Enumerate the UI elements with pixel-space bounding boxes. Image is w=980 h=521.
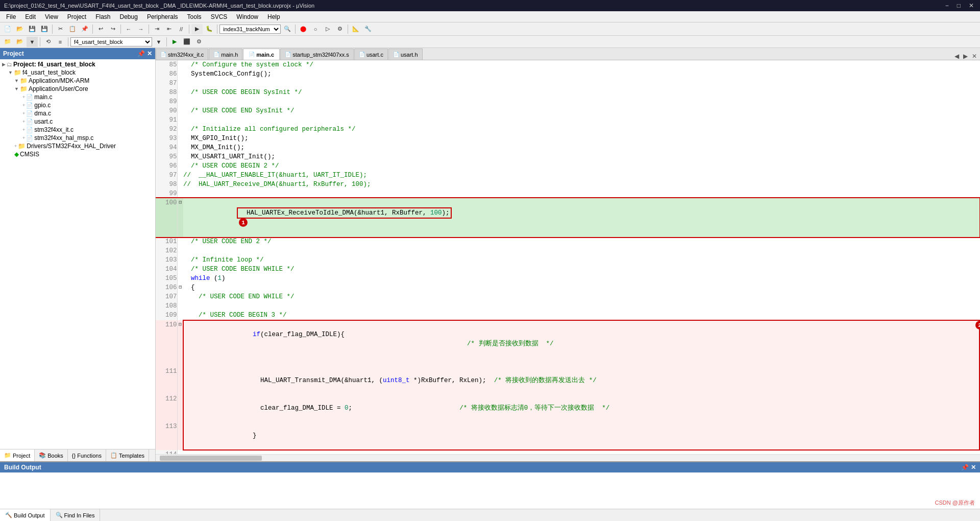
tree-file-main-c[interactable]: + 📄 main.c: [0, 93, 155, 101]
build-pin-icon[interactable]: 📌: [961, 464, 969, 471]
code-92[interactable]: /* Initialize all configured peripherals…: [183, 125, 979, 134]
menu-project[interactable]: Project: [63, 12, 90, 21]
tab-functions[interactable]: {} Functions: [68, 449, 106, 461]
tree-cmsis[interactable]: ◆ CMSIS: [0, 150, 155, 158]
find-in-files-tab[interactable]: 🔍 Find In Files: [51, 509, 101, 521]
tb2-btn3[interactable]: ▼: [27, 37, 38, 47]
config-btn[interactable]: ⚙: [334, 24, 346, 34]
menu-edit[interactable]: Edit: [21, 12, 40, 21]
code-editor[interactable]: 85 /* Configure the system clock */ 86 S…: [156, 60, 980, 461]
menu-view[interactable]: View: [41, 12, 62, 21]
code-104[interactable]: /* USER CODE BEGIN WHILE */: [183, 265, 979, 274]
h-scroll-thumb[interactable]: [160, 456, 262, 461]
target-combo[interactable]: f4_usart_test_block: [70, 37, 152, 46]
code-100[interactable]: HAL_UARTEx_ReceiveToIdle_DMA(&huart1, Rx…: [183, 198, 979, 237]
tb2-run-btn[interactable]: ▶: [169, 37, 180, 47]
menu-svcs[interactable]: SVCS: [207, 12, 232, 21]
horizontal-scrollbar[interactable]: [156, 454, 980, 461]
nav-fwd-btn[interactable]: →: [135, 24, 146, 34]
tab-stm32f4xx-it[interactable]: 📄 stm32f4xx_it.c: [156, 49, 208, 60]
code-101[interactable]: /* USER CODE END 2 */: [183, 237, 979, 246]
undo-btn[interactable]: ↩: [95, 24, 106, 34]
tb2-btn4[interactable]: ⟲: [42, 37, 54, 47]
code-94[interactable]: MX_DMA_Init();: [183, 143, 979, 152]
tab-close-active[interactable]: ✕: [971, 53, 978, 60]
clear-bp-btn[interactable]: ○: [310, 24, 321, 34]
code-89[interactable]: [183, 97, 979, 106]
tb2-extra-btn[interactable]: ⚙: [193, 37, 205, 47]
build-close-icon[interactable]: ✕: [971, 464, 976, 471]
tree-file-hal-msp[interactable]: + 📄 stm32f4xx_hal_msp.c: [0, 134, 155, 142]
maximize-button[interactable]: □: [955, 2, 963, 9]
code-102[interactable]: [183, 246, 979, 255]
tb2-btn6[interactable]: ▼: [153, 37, 164, 47]
code-88[interactable]: /* USER CODE BEGIN SysInit */: [183, 88, 979, 97]
code-90[interactable]: /* USER CODE END SysInit */: [183, 106, 979, 115]
code-113[interactable]: }: [183, 422, 979, 450]
code-97[interactable]: // __HAL_UART_ENABLE_IT(&huart1, UART_IT…: [183, 171, 979, 180]
code-98[interactable]: // HAL_UART_Receive_DMA(&huart1, RxBuffe…: [183, 180, 979, 189]
tree-folder-drivers[interactable]: + 📁 Drivers/STM32F4xx_HAL_Driver: [0, 142, 155, 150]
search-btn[interactable]: 🔍: [282, 24, 293, 34]
tree-file-gpio[interactable]: + 📄 gpio.c: [0, 101, 155, 109]
toggle-comment-btn[interactable]: //: [176, 24, 187, 34]
build-output-tab[interactable]: 🔨 Build Output: [0, 509, 51, 521]
cut-btn[interactable]: ✂: [55, 24, 66, 34]
save-btn[interactable]: 💾: [27, 24, 38, 34]
code-103[interactable]: /* Infinite loop */: [183, 255, 979, 265]
debug-btn[interactable]: 🐛: [204, 24, 215, 34]
tab-usart-h[interactable]: 📄 usart.h: [388, 49, 423, 60]
tb2-stop-btn[interactable]: ⬛: [181, 37, 192, 47]
copy-btn[interactable]: 📋: [67, 24, 78, 34]
code-111[interactable]: HAL_UART_Transmit_DMA(&huart1, (uint8_t …: [183, 367, 979, 394]
tree-file-usart-c[interactable]: + 📄 usart.c: [0, 117, 155, 126]
breakpoint-btn[interactable]: ⬤: [298, 24, 309, 34]
tree-folder-root[interactable]: ▼ 📁 f4_usart_test_block: [0, 68, 155, 77]
tab-project[interactable]: 📁 Project: [0, 449, 35, 461]
menu-flash[interactable]: Flash: [91, 12, 114, 21]
tab-templates[interactable]: 📋 Templates: [106, 449, 149, 461]
nav-back-btn[interactable]: ←: [123, 24, 134, 34]
extra-btn[interactable]: 📐: [350, 24, 361, 34]
tb2-btn2[interactable]: 📂: [14, 37, 26, 47]
open-btn[interactable]: 📂: [14, 24, 26, 34]
tab-usart-c[interactable]: 📄 usart.c: [354, 49, 388, 60]
outdent-btn[interactable]: ⇤: [163, 24, 175, 34]
indent-btn[interactable]: ⇥: [151, 24, 162, 34]
menu-peripherals[interactable]: Peripherals: [143, 12, 182, 21]
save-all-btn[interactable]: 💾: [39, 24, 50, 34]
menu-file[interactable]: File: [2, 12, 20, 21]
paste-btn[interactable]: 📌: [79, 24, 90, 34]
tab-main-c[interactable]: 📄 main.c: [243, 49, 280, 60]
new-file-btn[interactable]: 📄: [2, 24, 13, 34]
code-95[interactable]: MX_USART1_UART_Init();: [183, 152, 979, 161]
menu-tools[interactable]: Tools: [183, 12, 206, 21]
code-105[interactable]: while (1): [183, 274, 979, 283]
settings-btn[interactable]: 🔧: [362, 24, 374, 34]
tab-books[interactable]: 📚 Books: [35, 449, 68, 461]
redo-btn[interactable]: ↪: [107, 24, 118, 34]
dbg-run-btn[interactable]: ▷: [322, 24, 333, 34]
menu-window[interactable]: Window: [232, 12, 262, 21]
pin-icon[interactable]: 📌: [137, 50, 145, 57]
close-button[interactable]: ✕: [967, 2, 976, 9]
code-93[interactable]: MX_GPIO_Init();: [183, 134, 979, 143]
tree-folder-core[interactable]: ▼ 📁 Application/User/Core: [0, 85, 155, 93]
tree-file-dma[interactable]: + 📄 dma.c: [0, 109, 155, 117]
minimize-button[interactable]: −: [943, 2, 951, 9]
tab-left-scroll[interactable]: ◀: [953, 53, 960, 60]
code-112[interactable]: clear_flag_DMA_IDLE = 0; /* 将接收数据标志清0，等待…: [183, 394, 979, 422]
code-85[interactable]: /* Configure the system clock */: [183, 60, 979, 69]
tree-item-project[interactable]: ▶ 🗂 Project: f4_usart_test_block: [0, 60, 155, 68]
build-btn[interactable]: ▶: [191, 24, 203, 34]
code-86[interactable]: SystemClock_Config();: [183, 69, 979, 79]
tb2-btn1[interactable]: 📁: [2, 37, 13, 47]
code-87[interactable]: [183, 79, 979, 88]
code-91[interactable]: [183, 115, 979, 125]
code-109[interactable]: /* USER CODE BEGIN 3 */: [183, 311, 979, 320]
tab-startup[interactable]: 📄 startup_stm32f407xx.s: [280, 49, 354, 60]
code-107[interactable]: /* USER CODE END WHILE */: [183, 292, 979, 301]
close-panel-icon[interactable]: ✕: [147, 50, 152, 57]
track-num-combo[interactable]: index31_trackNum: [219, 25, 281, 34]
menu-debug[interactable]: Debug: [116, 12, 142, 21]
